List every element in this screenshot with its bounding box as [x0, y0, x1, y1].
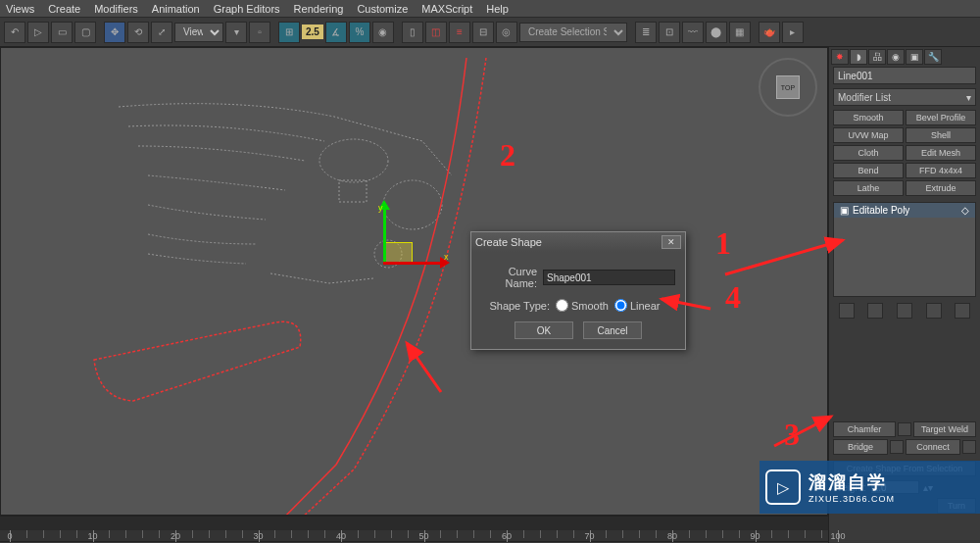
connect-settings-icon[interactable] — [962, 440, 976, 454]
time-ruler[interactable]: 0102030405060708090100 — [0, 530, 828, 542]
quick-render-icon[interactable]: ▸ — [782, 22, 804, 43]
coord-system-dropdown[interactable]: View — [174, 23, 223, 42]
mod-smooth-button[interactable]: Smooth — [833, 110, 904, 125]
remove-modifier-icon[interactable] — [926, 303, 942, 319]
mod-ffd-button[interactable]: FFD 4x4x4 — [906, 163, 976, 178]
stack-body[interactable] — [834, 218, 975, 296]
expand-icon[interactable]: ▣ — [840, 205, 849, 216]
transform-gizmo[interactable]: y x — [364, 205, 413, 303]
menu-graph-editors[interactable]: Graph Editors — [214, 3, 280, 15]
create-tab-icon[interactable]: ✸ — [831, 49, 849, 65]
scale-icon[interactable]: ⤢ — [151, 22, 172, 43]
material-editor-icon[interactable]: ⬤ — [706, 22, 727, 43]
menu-customize[interactable]: Customize — [357, 3, 408, 15]
tick-label: 100 — [830, 531, 845, 541]
tick-label: 10 — [87, 531, 97, 541]
modify-tab-icon[interactable]: ◗ — [850, 49, 867, 65]
utilities-tab-icon[interactable]: 🔧 — [924, 49, 942, 65]
cancel-button[interactable]: Cancel — [583, 321, 642, 339]
mod-uvw-map-button[interactable]: UVW Map — [833, 127, 904, 143]
mod-edit-mesh-button[interactable]: Edit Mesh — [906, 145, 976, 161]
move-icon[interactable]: ✥ — [104, 22, 125, 43]
menu-rendering[interactable]: Rendering — [294, 3, 344, 15]
show-end-result-icon[interactable] — [867, 303, 883, 319]
hierarchy-tab-icon[interactable]: 品 — [868, 49, 886, 65]
gizmo-x-axis[interactable] — [383, 262, 442, 265]
angle-snap-icon[interactable]: ∡ — [325, 22, 347, 43]
curve-editor-icon[interactable]: 〰 — [682, 22, 704, 43]
stack-editable-poly[interactable]: ▣ Editable Poly ◇ — [834, 203, 975, 218]
motion-tab-icon[interactable]: ◉ — [887, 49, 905, 65]
smooth-radio[interactable] — [556, 299, 568, 312]
rotate-icon[interactable]: ⟲ — [127, 22, 149, 43]
select-icon[interactable]: ▷ — [27, 22, 49, 43]
layers-icon[interactable]: ≣ — [635, 22, 657, 43]
watermark-url: ZIXUE.3D66.COM — [808, 494, 895, 504]
connect-button[interactable]: Connect — [906, 439, 960, 455]
chamfer-settings-icon[interactable] — [898, 422, 911, 436]
bridge-button[interactable]: Bridge — [833, 439, 888, 455]
menu-views[interactable]: Views — [6, 3, 34, 15]
main-toolbar: ↶ ▷ ▭ ▢ ✥ ⟲ ⤢ View ▾ ▫ ⊞ 2.5 ∡ % ◉ ▯ ◫ ≡… — [0, 18, 980, 47]
mod-bend-button[interactable]: Bend — [833, 163, 904, 178]
render-icon[interactable]: 🫖 — [759, 22, 780, 43]
snap-icon[interactable]: ⊞ — [278, 22, 300, 43]
schematic-icon[interactable]: ⊡ — [659, 22, 680, 43]
lightbulb-icon[interactable]: ◇ — [961, 205, 969, 216]
constraint-icon[interactable]: ▫ — [249, 22, 270, 43]
object-name-field[interactable]: Line001 — [833, 67, 976, 84]
display-tab-icon[interactable]: ▣ — [906, 49, 923, 65]
tick-label: 60 — [502, 531, 512, 541]
gizmo-xy-plane[interactable] — [383, 242, 413, 264]
spinner-snap-icon[interactable]: ◉ — [372, 22, 394, 43]
percent-snap-icon[interactable]: % — [349, 22, 370, 43]
svg-point-0 — [319, 139, 388, 182]
viewport-top[interactable]: y x TOP — [1, 48, 827, 515]
mod-shell-button[interactable]: Shell — [906, 127, 976, 143]
viewcube[interactable]: TOP — [759, 58, 817, 117]
curve-name-label: Curve Name: — [481, 266, 537, 289]
modifier-list-dropdown[interactable]: Modifier List▾ — [833, 88, 976, 106]
make-unique-icon[interactable] — [897, 303, 912, 319]
snapshot-icon[interactable]: ◎ — [496, 22, 517, 43]
mod-extrude-button[interactable]: Extrude — [906, 180, 976, 196]
region-icon[interactable]: ▭ — [51, 22, 73, 43]
align-icon[interactable]: ≡ — [449, 22, 470, 43]
mirror-icon[interactable]: ◫ — [425, 22, 447, 43]
target-weld-button[interactable]: Target Weld — [913, 421, 976, 437]
dialog-titlebar[interactable]: Create Shape ✕ — [471, 232, 685, 252]
menu-help[interactable]: Help — [486, 3, 509, 15]
menu-modifiers[interactable]: Modifiers — [94, 3, 138, 15]
selection-set-dropdown[interactable]: Create Selection Se — [519, 23, 627, 42]
menu-create[interactable]: Create — [48, 3, 80, 15]
time-slider[interactable] — [0, 517, 828, 530]
array-icon[interactable]: ⊟ — [472, 22, 494, 43]
linear-radio[interactable] — [614, 299, 627, 312]
pivot-icon[interactable]: ▾ — [225, 22, 247, 43]
mod-cloth-button[interactable]: Cloth — [833, 145, 904, 161]
chamfer-button[interactable]: Chamfer — [833, 421, 896, 437]
curve-name-input[interactable] — [543, 270, 675, 285]
undo-icon[interactable]: ↶ — [4, 22, 25, 43]
window-icon[interactable]: ▢ — [74, 22, 96, 43]
menu-maxscript[interactable]: MAXScript — [421, 3, 472, 15]
render-setup-icon[interactable]: ▦ — [729, 22, 751, 43]
menu-bar: Views Create Modifiers Animation Graph E… — [0, 0, 980, 18]
ok-button[interactable]: OK — [514, 321, 573, 339]
named-sel-icon[interactable]: ▯ — [402, 22, 423, 43]
viewcube-top-face[interactable]: TOP — [776, 75, 800, 99]
viewport-container: y x TOP — [0, 47, 828, 516]
timeline: 0102030405060708090100 — [0, 516, 828, 543]
tick-label: 80 — [667, 531, 677, 541]
modifier-buttons: Smooth Bevel Profile UVW Map Shell Cloth… — [829, 108, 980, 198]
mod-bevel-profile-button[interactable]: Bevel Profile — [906, 110, 976, 125]
gizmo-y-axis[interactable] — [383, 205, 386, 264]
configure-sets-icon[interactable] — [955, 303, 970, 319]
pin-stack-icon[interactable] — [839, 303, 855, 319]
mod-lathe-button[interactable]: Lathe — [833, 180, 904, 196]
menu-animation[interactable]: Animation — [152, 3, 200, 15]
close-icon[interactable]: ✕ — [662, 235, 681, 249]
snap-value: 2.5 — [302, 25, 323, 39]
tick-label: 40 — [336, 531, 346, 541]
bridge-settings-icon[interactable] — [890, 440, 904, 454]
